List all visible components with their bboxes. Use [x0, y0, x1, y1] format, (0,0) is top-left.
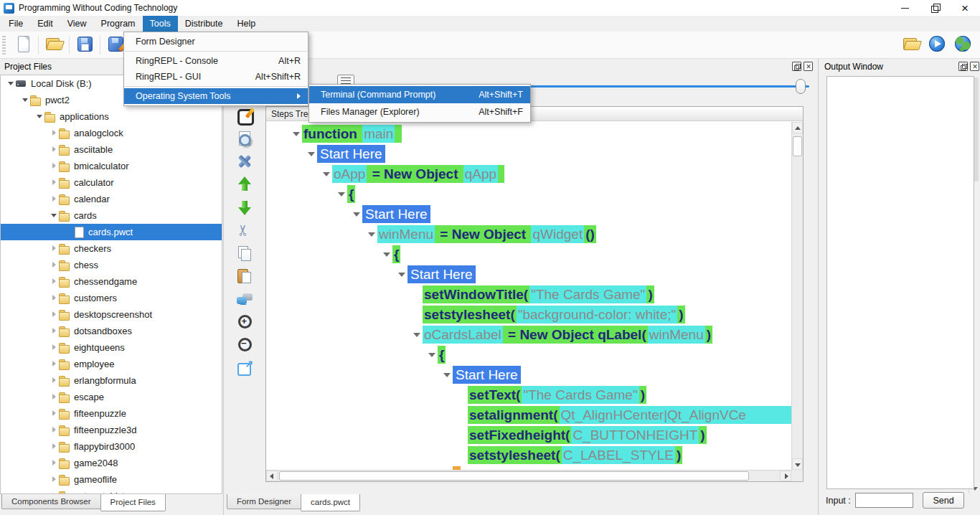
splitter-left[interactable] [223, 59, 224, 515]
tab-components-browser[interactable]: Components Browser [1, 494, 101, 509]
step-row-3[interactable]: oApp = New Object qApp [266, 164, 791, 184]
expander-icon[interactable] [50, 442, 59, 451]
expander-icon[interactable] [50, 376, 59, 385]
step-expander-icon[interactable] [307, 148, 317, 159]
move-down-button[interactable] [232, 197, 258, 218]
step-row-2[interactable]: Start Here [266, 143, 791, 164]
close-dock-icon[interactable] [970, 62, 979, 71]
step-expander-icon[interactable] [443, 369, 453, 379]
comment-button[interactable] [232, 288, 258, 310]
step-expander-icon[interactable] [337, 189, 347, 199]
save-button[interactable] [74, 33, 95, 57]
tree-item-bmicalculator[interactable]: bmicalculator [1, 158, 222, 174]
step-row-1[interactable]: function main [266, 123, 791, 143]
copy-button[interactable] [232, 242, 258, 264]
run-button[interactable] [926, 33, 948, 57]
step-expander-icon[interactable] [367, 229, 377, 239]
step-row-15[interactable]: setalignment(Qt_AlignHCenter|Qt_AlignVCe [266, 405, 791, 425]
step-expander-icon[interactable] [413, 329, 423, 339]
tree-item-gameoflife[interactable]: gameoflife [1, 471, 222, 488]
cut-button[interactable] [232, 219, 258, 241]
step-expander-icon[interactable] [382, 249, 392, 259]
slider-handle[interactable] [796, 79, 806, 94]
expander-icon[interactable] [50, 475, 59, 484]
tree-item-chessendgame[interactable]: chessendgame [1, 273, 222, 290]
step-row-7[interactable]: { [266, 244, 791, 264]
find-button[interactable] [232, 128, 258, 149]
tree-item-getquotehistory[interactable]: getquotehistory [1, 488, 222, 494]
step-row-16[interactable]: setFixedheight(C_BUTTONHEIGHT) [266, 425, 791, 445]
step-row-6[interactable]: winMenu = New Object qWidget() [266, 224, 791, 244]
input-field[interactable] [855, 493, 913, 508]
expander-icon[interactable] [50, 409, 59, 418]
expander-icon[interactable] [50, 310, 59, 319]
tree-item-escape[interactable]: escape [1, 389, 222, 405]
tree-item-fifteenpuzzle3d[interactable]: fifteenpuzzle3d [1, 422, 222, 438]
menu-item-ringrepl-gui[interactable]: RingREPL - GUIAlt+Shift+R [124, 69, 308, 85]
tree-item-cards[interactable]: cards [1, 207, 222, 224]
expander-icon[interactable] [50, 458, 59, 468]
float-dock-icon[interactable] [958, 62, 968, 71]
tab-project-files[interactable]: Project Files [100, 494, 166, 511]
tree-item-flappybird3000[interactable]: flappybird3000 [1, 438, 222, 455]
tree-item-calendar[interactable]: calendar [1, 191, 222, 207]
steps-horizontal-scrollbar[interactable] [266, 470, 791, 481]
step-row-9[interactable]: setWindowTitle("The Cards Game") [266, 284, 791, 304]
tree-item-analogclock[interactable]: analogclock [1, 125, 222, 141]
step-row-4[interactable]: { [266, 184, 791, 204]
expander-icon[interactable] [50, 425, 59, 435]
tree-item-game2048[interactable]: game2048 [1, 455, 222, 471]
output-window-content[interactable] [826, 76, 974, 489]
expander-icon[interactable] [50, 128, 59, 138]
menu-program[interactable]: Program [94, 16, 143, 32]
paste-button[interactable] [232, 265, 258, 287]
scroll-down-icon[interactable] [792, 458, 803, 470]
expander-icon[interactable] [50, 178, 59, 187]
send-button[interactable]: Send [923, 492, 964, 509]
expander-icon[interactable] [6, 79, 16, 88]
step-row-10[interactable]: setstylesheet("background-color: white;"… [266, 304, 791, 324]
menu-item-form-designer[interactable]: Form Designer [124, 34, 308, 49]
tree-item-cards-pwct[interactable]: cards.pwct [1, 224, 222, 240]
steps-vertical-scrollbar[interactable] [791, 122, 803, 470]
tree-item-applications[interactable]: applications [1, 108, 222, 125]
menu-item-operating-system-tools[interactable]: Operating System Tools [124, 88, 308, 104]
scrollbar-thumb[interactable] [793, 136, 802, 156]
menu-help[interactable]: Help [230, 16, 263, 32]
scroll-left-icon[interactable] [266, 471, 278, 481]
edit-button[interactable] [232, 105, 258, 126]
step-row-5[interactable]: Start Here [266, 204, 791, 224]
tree-item-eightqueens[interactable]: eightqueens [1, 339, 222, 356]
close-button[interactable] [950, 0, 980, 16]
close-dock-icon[interactable] [804, 62, 813, 71]
expander-icon[interactable] [50, 161, 59, 171]
step-expander-icon[interactable] [397, 269, 407, 279]
expander-icon[interactable] [35, 112, 44, 121]
step-row-11[interactable]: oCardsLabel = New Object qLabel(winMenu) [266, 324, 791, 344]
step-row-18[interactable]: } [266, 465, 791, 470]
toolbar-grip[interactable] [2, 36, 6, 55]
expander-icon[interactable] [50, 293, 59, 303]
expander-icon[interactable] [21, 95, 30, 105]
restore-button[interactable] [920, 0, 950, 16]
tree-item-customers[interactable]: customers [1, 290, 222, 306]
tree-item-erlangbformula[interactable]: erlangbformula [1, 372, 222, 389]
menu-distribute[interactable]: Distribute [178, 16, 230, 32]
expander-icon[interactable] [50, 359, 59, 369]
tree-item-dotsandboxes[interactable]: dotsandboxes [1, 323, 222, 339]
expander-icon[interactable] [50, 326, 59, 336]
menu-item-ringrepl-console[interactable]: RingREPL - ConsoleAlt+R [124, 53, 308, 69]
detach-button[interactable] [232, 357, 258, 379]
scroll-right-icon[interactable] [780, 471, 791, 481]
tree-item-desktopscreenshot[interactable]: desktopscreenshot [1, 306, 222, 323]
float-dock-icon[interactable] [792, 62, 801, 71]
tree-item-employee[interactable]: employee [1, 356, 222, 372]
delete-button[interactable] [232, 151, 258, 172]
tree-item-calculator[interactable]: calculator [1, 174, 222, 191]
menu-edit[interactable]: Edit [30, 16, 60, 32]
step-expander-icon[interactable] [292, 128, 302, 138]
scroll-up-icon[interactable] [792, 122, 803, 133]
expander-icon[interactable] [50, 277, 59, 286]
menu-view[interactable]: View [60, 16, 94, 32]
open-folder-button[interactable] [900, 33, 922, 57]
